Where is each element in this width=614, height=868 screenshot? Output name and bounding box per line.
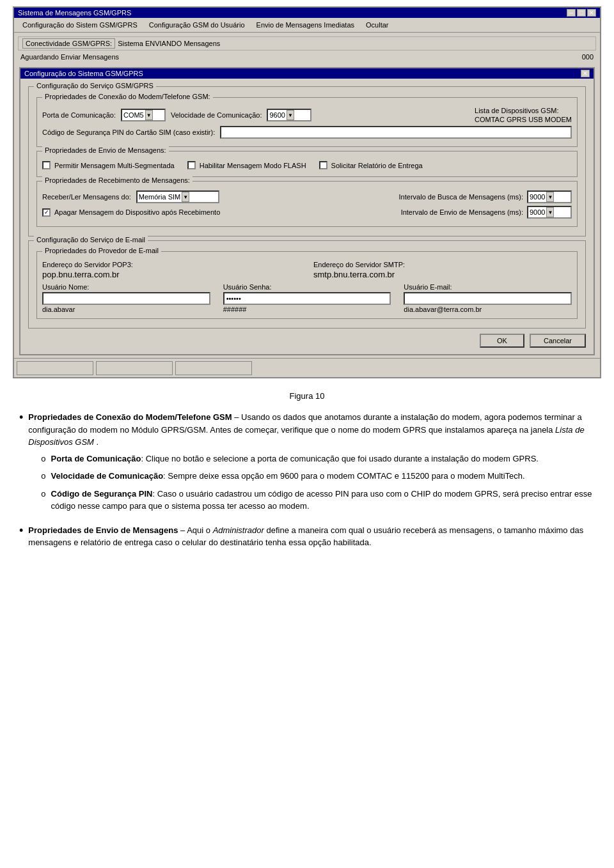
interval-search-select[interactable]: 9000 ▼ [527, 190, 572, 203]
device-list-label: Lista de Dispositivos GSM: [475, 107, 572, 114]
port-select[interactable]: COM5 ▼ [121, 109, 166, 121]
receive-props-group: Propriedades de Recebimento de Mensagens… [36, 181, 578, 227]
taskbar-item3[interactable] [175, 361, 252, 375]
user-name-col: Usuário Nome: dia.abavar [42, 283, 210, 313]
maximize-button[interactable]: □ [577, 9, 586, 17]
email-service-title: Configuração do Serviço de E-mail [34, 236, 148, 244]
waiting-label: Aguardando Enviar Mensagens [20, 53, 119, 61]
sub-bold-speed: Velocidade de Comunicação [51, 471, 164, 481]
user-name-display: dia.abavar [42, 306, 210, 313]
menu-user-config[interactable]: Configuração GSM do Usuário [143, 19, 251, 31]
sub-bullet-list-1: o Porta de Comunicação: Clique no botão … [41, 453, 595, 513]
bullet-item-2: • Propriedades de Envio de Mensagens – A… [19, 524, 595, 549]
gsm-service-group: Configuração do Serviço GSM/GPRS Proprie… [28, 86, 586, 236]
menu-gsm-config[interactable]: Configuração do Sistem GSM/GPRS [17, 19, 143, 31]
device-info: Lista de Dispositivos GSM: COMTAC GPRS U… [475, 107, 572, 123]
taskbar-item1[interactable] [17, 361, 93, 375]
bullet-item-1: • Propriedades de Conexão do Modem/Telef… [19, 411, 595, 518]
interval-search-arrow[interactable]: ▼ [546, 192, 554, 202]
email-service-group: Configuração do Serviço de E-mail Propri… [28, 240, 586, 329]
user-email-input[interactable] [404, 292, 572, 305]
sub-bullet-speed: o Velocidade de Comunicação: Sempre deix… [41, 470, 595, 483]
check-delete-box[interactable]: ✓ [42, 208, 51, 217]
check-report-label: Solicitar Relatório de Entrega [331, 162, 423, 169]
sub-title-buttons: ✕ [581, 70, 590, 77]
interval-send-select[interactable]: 9000 ▼ [527, 206, 572, 219]
sub-bullet-pin-text: Código de Segurança PIN: Caso o usuário … [51, 488, 595, 513]
bullet-2-italic: Administrador [213, 525, 264, 535]
sub-window-title-bar: Configuração do Sistema GSM/GPRS ✕ [20, 68, 594, 79]
bullet-1-period: . [97, 437, 99, 447]
receive-value: Memória SIM [139, 193, 180, 201]
check-report-box[interactable] [319, 161, 327, 169]
message-count: 000 [582, 53, 594, 61]
bullet-1-bold: Propriedades de Conexão do Modem/Telefon… [28, 412, 232, 422]
cancel-button[interactable]: Cancelar [530, 334, 586, 348]
sub-o-2: o [41, 470, 45, 483]
user-email-label: Usuário E-mail: [404, 283, 572, 291]
user-pass-col: Usuário Senha: ###### [223, 283, 391, 313]
delete-interval-row: ✓ Apagar Mensagem do Dispositivo após Re… [42, 206, 572, 219]
minimize-button[interactable]: ─ [567, 9, 576, 17]
main-bullet-list: • Propriedades de Conexão do Modem/Telef… [19, 411, 595, 549]
pop3-label: Endereço do Servidor POP3: [42, 261, 301, 268]
ok-button[interactable]: OK [480, 334, 524, 348]
check-multi-row: Permitir Mensagem Multi-Segmentada [42, 161, 175, 169]
modem-form: Porta de Comunicação: COM5 ▼ Velocidade … [42, 107, 572, 139]
receive-label: Receber/Ler Mensagens do: [42, 193, 131, 201]
sub-close-button[interactable]: ✕ [581, 70, 590, 77]
check-multi-box[interactable] [42, 161, 51, 169]
check-flash-box[interactable] [187, 161, 196, 169]
pin-label: Código de Segurança PIN do Cartão SIM (c… [42, 128, 215, 136]
speed-value: 9600 [269, 111, 285, 119]
email-provider-title: Propriedades do Provedor de E-mail [42, 247, 161, 254]
port-label: Porta de Comunicação: [42, 111, 116, 119]
bullet-2-bold: Propriedades de Envio de Mensagens [28, 525, 178, 535]
interval-search-label: Intervalo de Busca de Mensagens (ms): [399, 193, 523, 201]
speed-dropdown-arrow[interactable]: ▼ [287, 110, 294, 120]
sub-bullet-port: o Porta de Comunicação: Clique no botão … [41, 453, 595, 465]
smtp-label: Endereço do Servidor SMTP: [313, 261, 572, 268]
user-name-input[interactable] [42, 292, 210, 305]
port-value: COM5 [123, 111, 144, 119]
send-props-group: Propriedades de Envio de Mensagens: Perm… [36, 151, 578, 177]
menu-send-messages[interactable]: Envio de Mensagens Imediatas [251, 19, 360, 31]
user-row: Usuário Nome: dia.abavar Usuário Senha: … [42, 283, 572, 313]
connectivity-label: Conectividade GSM/GPRS: [22, 38, 115, 49]
sub-bullet-port-text: Porta de Comunicação: Clique no botão e … [51, 453, 539, 465]
send-checkboxes: Permitir Mensagem Multi-Segmentada Habil… [42, 159, 572, 171]
sub-bold-port: Porta de Comunicação [51, 454, 141, 463]
menu-hide[interactable]: Ocultar [360, 19, 394, 31]
receive-form: Receber/Ler Mensagens do: Memória SIM ▼ … [42, 190, 572, 219]
interval-send-wrapper: Intervalo de Envio de Mensagens (ms): 90… [401, 206, 572, 219]
top-area: Conectividade GSM/GPRS: Sistema ENVIANDO… [14, 33, 600, 65]
bullet-1-text: Propriedades de Conexão do Modem/Telefon… [28, 411, 595, 518]
taskbar [14, 358, 600, 377]
user-pass-input[interactable] [223, 292, 391, 305]
user-name-label: Usuário Nome: [42, 283, 210, 291]
pin-input[interactable] [220, 126, 572, 139]
check-report-row: Solicitar Relatório de Entrega [319, 161, 423, 169]
port-speed-row: Porta de Comunicação: COM5 ▼ Velocidade … [42, 107, 572, 123]
sub-bullet-pin: o Código de Segurança PIN: Caso o usuári… [41, 488, 595, 513]
close-button[interactable]: ✕ [587, 9, 596, 17]
receive-props-title: Propriedades de Recebimento de Mensagens… [42, 176, 193, 184]
check-delete-row: ✓ Apagar Mensagem do Dispositivo após Re… [42, 208, 220, 217]
check-delete-label: Apagar Mensagem do Dispositivo após Rece… [54, 208, 220, 216]
sub-bullet-speed-text: Velocidade de Comunicação: Sempre deixe … [51, 470, 525, 483]
receive-select[interactable]: Memória SIM ▼ [136, 190, 219, 203]
check-flash-row: Habilitar Mensagem Modo FLASH [187, 161, 306, 169]
taskbar-item2[interactable] [96, 361, 173, 375]
sub-window-title: Configuração do Sistema GSM/GPRS [24, 70, 143, 77]
port-dropdown-arrow[interactable]: ▼ [145, 110, 153, 120]
speed-select[interactable]: 9600 ▼ [267, 109, 311, 121]
modem-group: Propriedades de Conexão do Modem/Telefon… [36, 97, 578, 147]
pop3-value: pop.bnu.terra.com.br [42, 270, 301, 279]
smtp-value: smtp.bnu.terra.com.br [313, 270, 572, 279]
bullet-2-rest: – Aqui o [180, 525, 213, 535]
interval-send-value: 9000 [530, 208, 545, 216]
smtp-col: Endereço do Servidor SMTP: smtp.bnu.terr… [313, 261, 572, 279]
interval-send-label: Intervalo de Envio de Mensagens (ms): [401, 208, 523, 216]
receive-dropdown-arrow[interactable]: ▼ [182, 192, 189, 202]
interval-send-arrow[interactable]: ▼ [546, 207, 554, 217]
